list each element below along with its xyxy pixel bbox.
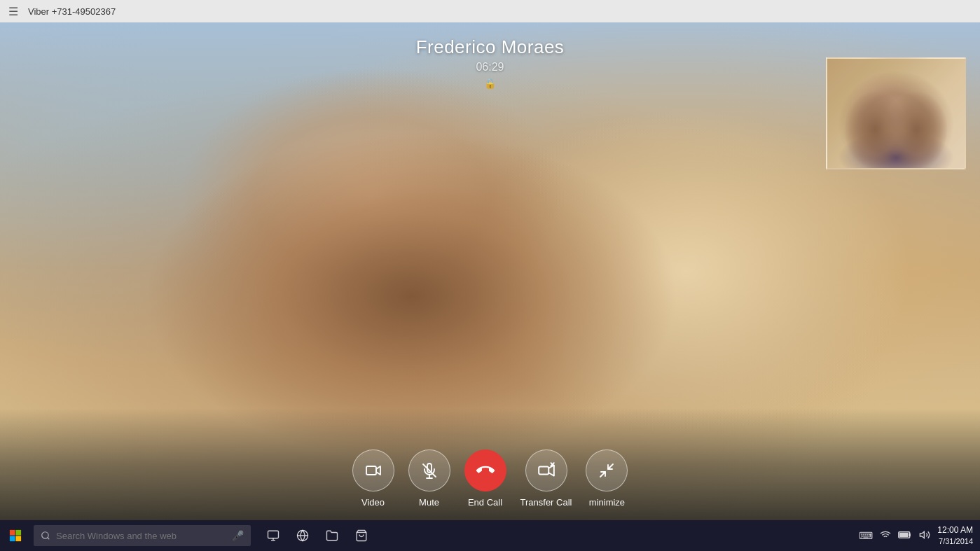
svg-rect-12 — [10, 536, 15, 541]
svg-rect-22 — [899, 533, 909, 537]
transfer-call-button[interactable]: Transfer Call — [520, 449, 572, 508]
mute-label: Mute — [419, 497, 439, 508]
taskbar-folder-icon[interactable] — [318, 520, 346, 551]
end-call-label: End Call — [468, 497, 502, 508]
svg-point-14 — [42, 532, 48, 538]
wifi-tray-icon[interactable] — [880, 529, 891, 543]
svg-marker-1 — [376, 466, 380, 475]
search-icon — [41, 531, 50, 540]
microphone-icon: 🎤 — [232, 530, 244, 541]
menu-icon[interactable]: ☰ — [8, 5, 18, 18]
svg-rect-5 — [539, 467, 548, 475]
transfer-call-icon[interactable] — [525, 449, 567, 491]
video-button[interactable]: Video — [352, 449, 394, 508]
system-tray: ⌨ 12:00 AM 7/31/2014 — [859, 524, 980, 547]
self-preview-thumbnail — [826, 57, 966, 169]
svg-rect-0 — [366, 466, 376, 475]
clock-date: 7/31/2014 — [937, 536, 973, 547]
call-area: Frederico Moraes 06:29 🔒 Video — [0, 22, 980, 520]
self-preview-overlay — [827, 59, 965, 168]
taskbar-icons — [259, 520, 375, 551]
search-input[interactable] — [56, 531, 226, 541]
svg-marker-23 — [920, 531, 925, 538]
end-call-icon[interactable] — [464, 449, 506, 491]
svg-line-15 — [48, 538, 50, 540]
svg-line-9 — [608, 464, 613, 469]
battery-tray-icon[interactable] — [898, 530, 912, 542]
mute-icon[interactable] — [408, 449, 450, 491]
minimize-icon[interactable] — [586, 449, 628, 491]
svg-rect-13 — [15, 536, 21, 541]
taskbar-edge-icon[interactable] — [289, 520, 317, 551]
svg-rect-11 — [15, 530, 21, 536]
video-label: Video — [361, 497, 385, 508]
taskbar: 🎤 — [0, 520, 980, 551]
mute-button[interactable]: Mute — [408, 449, 450, 508]
titlebar: ☰ Viber +731-49502367 — [0, 0, 980, 22]
minimize-label: minimize — [589, 497, 625, 508]
end-call-button[interactable]: End Call — [464, 449, 506, 508]
keyboard-tray-icon[interactable]: ⌨ — [859, 530, 873, 541]
taskbar-store-icon[interactable] — [347, 520, 375, 551]
volume-tray-icon[interactable] — [919, 529, 930, 543]
call-controls: Video Mute End Call — [0, 449, 980, 513]
clock-time: 12:00 AM — [937, 524, 973, 536]
svg-rect-10 — [10, 530, 15, 536]
app-title: Viber +731-49502367 — [28, 6, 116, 17]
minimize-button[interactable]: minimize — [586, 449, 628, 508]
transfer-call-label: Transfer Call — [520, 497, 572, 508]
svg-line-8 — [600, 472, 605, 477]
caller-name: Frederico Moraes — [0, 36, 980, 58]
search-bar[interactable]: 🎤 — [34, 525, 251, 546]
video-icon[interactable] — [352, 449, 394, 491]
system-clock[interactable]: 12:00 AM 7/31/2014 — [937, 524, 973, 547]
taskbar-display-icon[interactable] — [259, 520, 287, 551]
start-button[interactable] — [0, 520, 31, 551]
svg-rect-16 — [268, 531, 279, 538]
